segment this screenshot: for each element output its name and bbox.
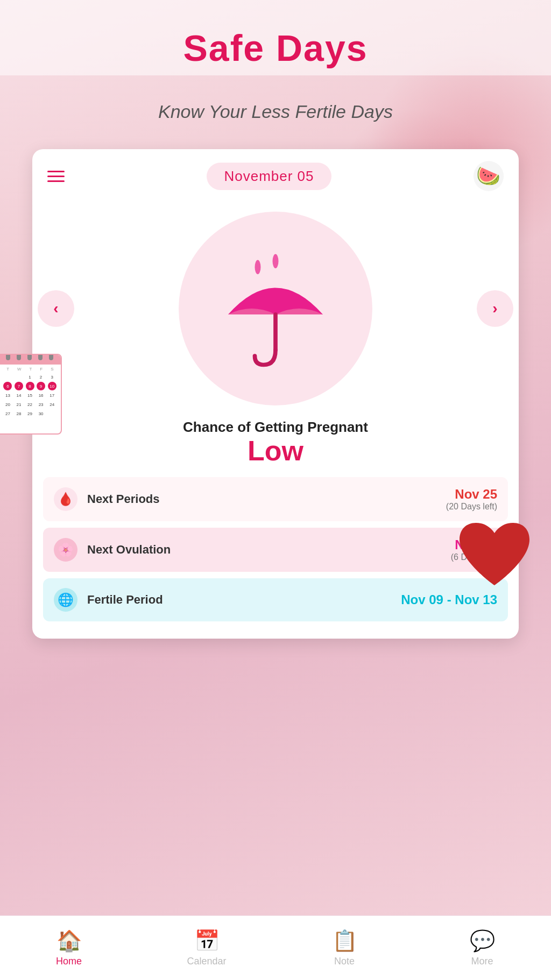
nav-note[interactable]: 📋 Note — [276, 929, 413, 967]
calendar-icon: 📅 — [194, 929, 220, 953]
periods-value: Nov 25 (20 Days left) — [446, 487, 497, 512]
umbrella-illustration — [216, 249, 335, 368]
chance-value: Low — [43, 436, 508, 466]
chance-area: Chance of Getting Pregnant Low — [32, 411, 519, 472]
card-header: November 05 🍉 — [32, 149, 519, 201]
heart-decoration — [454, 518, 535, 596]
fertile-row: 🌐 Fertile Period Nov 09 - Nov 13 — [43, 578, 508, 621]
nav-calendar[interactable]: 📅 Calendar — [138, 929, 276, 967]
chance-label: Chance of Getting Pregnant — [43, 419, 508, 436]
nav-home[interactable]: 🏠 Home — [0, 929, 138, 967]
nav-more[interactable]: 💬 More — [413, 929, 551, 967]
more-icon: 💬 — [470, 929, 495, 953]
ovulation-icon: 🌸 — [54, 538, 77, 562]
main-circle — [179, 212, 372, 405]
bottom-nav: 🏠 Home 📅 Calendar 📋 Note 💬 More — [0, 915, 551, 980]
calendar-thumbnail: SMTWTFS 1 2 3 4 5 6 7 8 9 10 11 — [0, 354, 62, 435]
ovulation-label: Next Ovulation — [87, 543, 451, 557]
info-section: 🩸 Next Periods Nov 25 (20 Days left) 🌸 N… — [43, 477, 508, 621]
periods-label: Next Periods — [87, 492, 446, 506]
nav-calendar-label: Calendar — [187, 956, 226, 967]
note-icon: 📋 — [332, 929, 357, 953]
next-button[interactable]: › — [477, 290, 513, 327]
fertile-label: Fertile Period — [87, 593, 401, 607]
svg-point-0 — [255, 260, 261, 274]
drop-icon: 🩸 — [54, 487, 77, 511]
circle-area: ‹ › — [32, 201, 519, 411]
home-icon: 🏠 — [56, 929, 82, 953]
nav-note-label: Note — [334, 956, 355, 967]
nav-home-label: Home — [56, 956, 82, 967]
watermelon-icon: 🍉 — [474, 161, 504, 191]
prev-button[interactable]: ‹ — [38, 290, 74, 327]
fertile-icon: 🌐 — [54, 588, 77, 612]
date-badge: November 05 — [207, 163, 331, 190]
periods-sub: (20 Days left) — [446, 502, 497, 512]
main-card: SMTWTFS 1 2 3 4 5 6 7 8 9 10 11 — [32, 149, 519, 639]
app-title: Safe Days — [0, 16, 551, 69]
svg-point-1 — [273, 254, 279, 268]
app-subtitle: Know Your Less Fertile Days — [0, 101, 551, 122]
header-area: Safe Days Know Your Less Fertile Days — [0, 0, 551, 149]
periods-row: 🩸 Next Periods Nov 25 (20 Days left) — [43, 477, 508, 521]
menu-button[interactable] — [47, 171, 65, 182]
nav-more-label: More — [471, 956, 493, 967]
ovulation-row: 🌸 Next Ovulation Nov 11 (6 Days left) — [43, 528, 508, 572]
periods-date: Nov 25 — [446, 487, 497, 502]
